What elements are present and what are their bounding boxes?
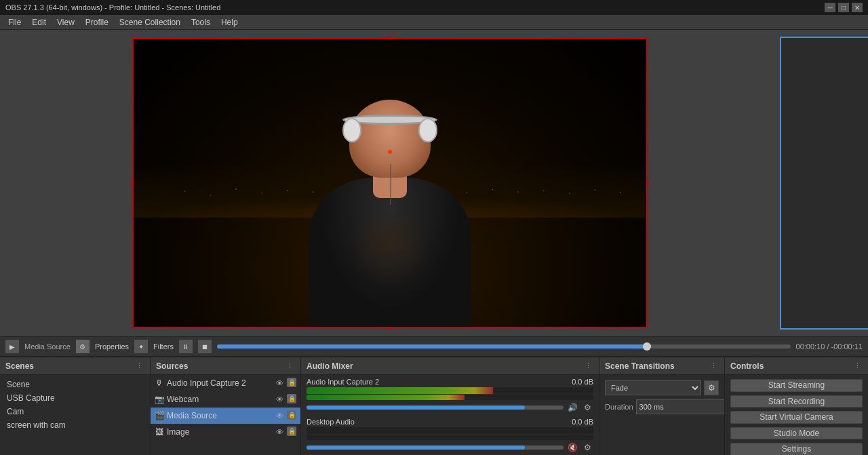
audio-input-volume-slider[interactable]	[307, 405, 564, 410]
transitions-header-icons: ⋮	[708, 361, 719, 372]
source-lock-image: 🔒	[287, 427, 296, 436]
menu-view[interactable]: View	[52, 16, 80, 28]
pause-button[interactable]: ⏸	[179, 340, 193, 353]
source-label-webcam: Webcam	[167, 395, 271, 404]
transitions-options-button[interactable]: ⋮	[708, 361, 719, 372]
desktop-audio-volume-fill	[307, 446, 525, 450]
shirt-design	[349, 218, 431, 286]
sources-list: 🎙 Audio Input Capture 2 👁 🔒 📷 Webcam 👁 🔒…	[151, 375, 300, 455]
settings-button[interactable]: Settings	[730, 443, 863, 455]
source-visibility-image[interactable]: 👁	[274, 427, 285, 437]
audio-meter-fill-1	[307, 387, 493, 394]
source-label-image: Image	[167, 427, 271, 437]
audio-track-input-db: 0.0 dB	[572, 378, 593, 386]
close-button[interactable]: ✕	[852, 3, 863, 12]
source-lock-audio: 🔒	[287, 378, 296, 387]
scene-item-scene[interactable]: Scene	[0, 378, 150, 391]
person-body	[302, 123, 478, 327]
start-recording-button[interactable]: Start Recording	[730, 395, 863, 408]
audio-track-input: Audio Input Capture 2 0.0 dB 🔊 ⚙	[301, 376, 599, 415]
timeline-thumb	[643, 342, 651, 351]
bottom-panels: Scenes ⋮ Scene USB Capture Cam screen wi…	[0, 357, 868, 455]
audio-input-controls: 🔊 ⚙	[307, 401, 593, 414]
source-item-audio-input[interactable]: 🎙 Audio Input Capture 2 👁 🔒	[151, 375, 300, 391]
headphone-right	[418, 118, 437, 142]
filters-label: Filters	[153, 342, 174, 351]
menu-tools[interactable]: Tools	[186, 16, 216, 28]
red-dot-face	[388, 150, 392, 154]
timeline-progress[interactable]	[217, 344, 791, 349]
right-preview-panel	[780, 37, 868, 330]
start-virtual-camera-button[interactable]: Start Virtual Camera	[730, 411, 863, 424]
controls-header-icons: ⋮	[852, 361, 863, 372]
audio-mixer-options-button[interactable]: ⋮	[583, 361, 593, 372]
audio-mixer-panel: Audio Mixer ⋮ Audio Input Capture 2 0.0 …	[301, 357, 599, 455]
mic-cable	[390, 164, 391, 205]
transitions-title: Scene Transitions	[605, 361, 675, 371]
audio-tracks-list: Audio Input Capture 2 0.0 dB 🔊 ⚙	[301, 375, 599, 455]
scene-item-screen[interactable]: screen with cam	[0, 418, 150, 432]
timeline-fill	[217, 344, 647, 349]
minimize-button[interactable]: ─	[825, 3, 835, 12]
stop-button[interactable]: ⏹	[198, 340, 212, 353]
controls-content: Start Streaming Start Recording Start Vi…	[725, 375, 868, 455]
filters-button[interactable]: ✦	[134, 340, 148, 353]
audio-input-mute-button[interactable]: 🔊	[566, 401, 578, 414]
sources-header-icons: ⋮	[284, 361, 295, 372]
play-button[interactable]: ▶	[5, 340, 19, 353]
source-item-media[interactable]: 🎬 Media Source 👁 🔒	[151, 408, 300, 424]
source-actions-audio: 👁 🔒	[274, 378, 296, 389]
scenes-list: Scene USB Capture Cam screen with cam	[0, 375, 150, 455]
menu-profile[interactable]: Profile	[80, 16, 114, 28]
titlebar-title: OBS 27.1.3 (64-bit, windows) - Profile: …	[5, 3, 220, 12]
audio-track-input-header: Audio Input Capture 2 0.0 dB	[307, 378, 593, 386]
media-source-label: Media Source	[24, 342, 71, 351]
desktop-audio-gear-button[interactable]: ⚙	[581, 441, 593, 454]
properties-button[interactable]: ⚙	[76, 340, 90, 353]
menu-file[interactable]: File	[3, 16, 26, 28]
scene-transitions-panel: Scene Transitions ⋮ Fade Cut Swipe Slide…	[599, 357, 725, 455]
maximize-button[interactable]: □	[838, 3, 849, 12]
scene-item-cam[interactable]: Cam	[0, 405, 150, 418]
desktop-audio-mute-button[interactable]: 🔇	[566, 441, 578, 454]
source-actions-webcam: 👁 🔒	[274, 394, 296, 405]
source-visibility-webcam[interactable]: 👁	[274, 394, 285, 405]
start-streaming-button[interactable]: Start Streaming	[730, 379, 863, 392]
audio-meter-input-1	[307, 387, 593, 394]
audio-track-desktop-db: 0.0 dB	[572, 418, 593, 426]
transition-duration-row: Duration ▲ ▼	[605, 399, 719, 414]
audio-track-desktop: Desktop Audio 0.0 dB 🔇 ⚙	[301, 416, 599, 455]
source-visibility-audio[interactable]: 👁	[274, 378, 285, 389]
desktop-audio-volume-slider[interactable]	[307, 446, 564, 450]
menu-scene-collection[interactable]: Scene Collection	[114, 16, 186, 28]
audio-meter-desktop-1	[307, 427, 593, 434]
source-visibility-media[interactable]: 👁	[274, 410, 285, 421]
sources-options-button[interactable]: ⋮	[284, 361, 295, 372]
source-item-webcam[interactable]: 📷 Webcam 👁 🔒	[151, 391, 300, 408]
audio-mixer-header-icons: ⋮	[583, 361, 593, 372]
controls-options-button[interactable]: ⋮	[852, 361, 863, 372]
duration-input[interactable]	[636, 399, 724, 414]
transition-type-row: Fade Cut Swipe Slide ⚙	[605, 380, 719, 395]
menu-edit[interactable]: Edit	[26, 16, 52, 28]
audio-mixer-title: Audio Mixer	[307, 361, 353, 371]
controls-header: Controls ⋮	[725, 357, 868, 375]
source-lock-media: 🔒	[287, 410, 296, 420]
source-item-image[interactable]: 🖼 Image 👁 🔒	[151, 424, 300, 440]
menu-help[interactable]: Help	[216, 16, 243, 28]
transition-type-select[interactable]: Fade Cut Swipe Slide	[605, 380, 701, 395]
time-display: 00:00:10 / -00:00:11	[796, 342, 863, 351]
audio-input-gear-button[interactable]: ⚙	[581, 401, 593, 414]
properties-label: Properties	[95, 342, 129, 351]
source-lock-webcam: 🔒	[287, 394, 296, 403]
headphone-left	[342, 118, 361, 142]
titlebar-controls: ─ □ ✕	[825, 3, 863, 12]
scenes-options-button[interactable]: ⋮	[134, 361, 144, 372]
scene-item-usb[interactable]: USB Capture	[0, 391, 150, 405]
audio-input-volume-fill	[307, 405, 525, 410]
transition-gear-button[interactable]: ⚙	[704, 380, 719, 395]
audio-meter-fill-2	[307, 395, 465, 400]
studio-mode-button[interactable]: Studio Mode	[730, 427, 863, 440]
scenes-title: Scenes	[5, 361, 34, 371]
controls-title: Controls	[730, 361, 764, 371]
